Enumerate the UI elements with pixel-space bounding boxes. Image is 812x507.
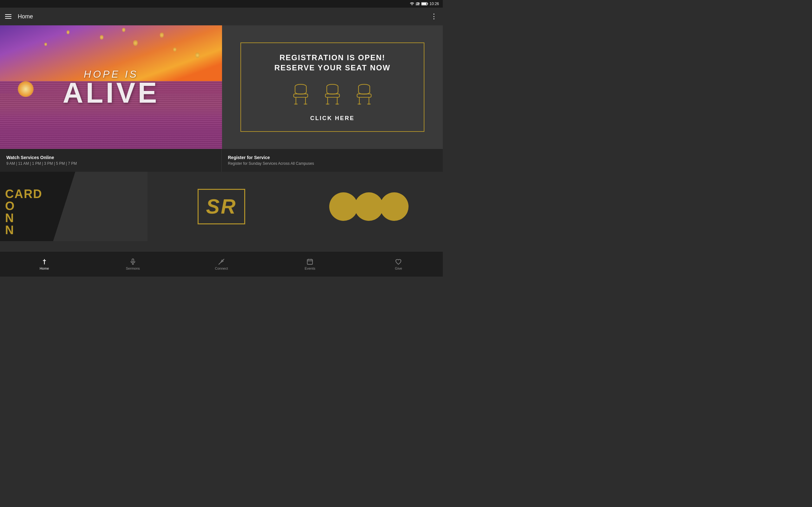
events-calendar-icon <box>306 258 313 265</box>
bottom-navigation: Home Sermons Connect Events Give <box>0 251 443 277</box>
svg-rect-6 <box>422 3 426 5</box>
lantern-1 <box>133 40 138 46</box>
register-service-subtitle: Register for Sunday Services Across All … <box>228 161 437 166</box>
svg-rect-5 <box>427 3 428 4</box>
connect-icon <box>218 258 225 265</box>
connection-card-text: CARD O N N <box>5 188 43 236</box>
nav-connect[interactable]: Connect <box>177 258 265 270</box>
lantern-7 <box>44 43 47 46</box>
nav-sermons[interactable]: Sermons <box>89 258 177 270</box>
nav-home-label: Home <box>40 267 49 270</box>
register-service-title: Register for Service <box>228 155 437 160</box>
lantern-8 <box>122 28 125 32</box>
register-service-item[interactable]: Register for Service Register for Sunday… <box>221 149 443 172</box>
hamburger-menu[interactable] <box>5 14 11 19</box>
sr-card[interactable]: SR <box>148 172 295 241</box>
watch-services-title: Watch Services Online <box>6 155 215 160</box>
registration-inner: REGISTRATION IS OPEN! RESERVE YOUR SEAT … <box>241 43 424 131</box>
chair-icon-1 <box>290 82 312 107</box>
svg-rect-1 <box>417 3 417 5</box>
sun <box>18 81 34 97</box>
circle-1 <box>329 192 358 221</box>
nav-home[interactable]: Home <box>0 258 89 270</box>
registration-card[interactable]: REGISTRATION IS OPEN! RESERVE YOUR SEAT … <box>222 25 443 149</box>
svg-rect-2 <box>418 3 418 5</box>
hero-card[interactable]: HOPE IS ALIVE <box>0 25 222 149</box>
page-title: Home <box>18 13 430 20</box>
main-content: HOPE IS ALIVE REGISTRATION IS OPEN! RESE… <box>0 25 443 241</box>
svg-rect-7 <box>295 84 306 94</box>
circle-3 <box>380 192 409 221</box>
svg-rect-30 <box>307 259 313 264</box>
watch-services-item[interactable]: Watch Services Online 9 AM | 11 AM | 1 P… <box>0 149 221 172</box>
alive-text: ALIVE <box>62 80 159 106</box>
nav-events[interactable]: Events <box>266 258 354 270</box>
status-time: 10:26 <box>429 2 439 6</box>
svg-rect-3 <box>419 3 419 5</box>
lantern-5 <box>195 53 200 58</box>
registration-title: REGISTRATION IS OPEN! RESERVE YOUR SEAT … <box>257 53 408 72</box>
hope-is-text: HOPE IS <box>62 68 159 80</box>
sr-logo: SR <box>198 189 246 224</box>
svg-rect-0 <box>416 4 416 5</box>
bottom-cards-row: CARD O N N SR <box>0 172 443 241</box>
status-bar: 10:26 <box>0 0 443 8</box>
circles-card[interactable] <box>295 172 443 241</box>
svg-rect-27 <box>132 259 134 262</box>
signal-icon <box>415 2 420 6</box>
svg-rect-13 <box>327 84 338 94</box>
chair-icon-2 <box>321 82 344 107</box>
home-cross-icon <box>41 258 48 265</box>
wifi-icon <box>410 2 414 6</box>
sr-text: SR <box>206 195 237 218</box>
click-here-label: CLICK HERE <box>257 115 408 122</box>
nav-give-label: Give <box>395 267 402 270</box>
connection-card[interactable]: CARD O N N <box>0 172 148 241</box>
status-icons: 10:26 <box>410 2 439 6</box>
give-heart-icon <box>395 258 402 265</box>
nav-events-label: Events <box>305 267 315 270</box>
battery-icon <box>421 2 428 6</box>
watch-services-subtitle: 9 AM | 11 AM | 1 PM | 3 PM | 5 PM | 7 PM <box>6 161 215 166</box>
nav-connect-label: Connect <box>215 267 228 270</box>
more-options-icon[interactable]: ⋮ <box>430 12 438 20</box>
cards-row: HOPE IS ALIVE REGISTRATION IS OPEN! RESE… <box>0 25 443 149</box>
lantern-6 <box>67 31 69 34</box>
circle-2 <box>355 192 383 221</box>
app-bar: Home ⋮ <box>0 8 443 25</box>
chair-icon-3 <box>353 82 375 107</box>
svg-rect-19 <box>358 84 370 94</box>
sermons-mic-icon <box>130 258 136 265</box>
nav-give[interactable]: Give <box>354 258 443 270</box>
hero-text: HOPE IS ALIVE <box>62 68 159 106</box>
nav-sermons-label: Sermons <box>126 267 140 270</box>
circles-group <box>329 192 409 221</box>
chairs-row <box>257 82 408 107</box>
info-row: Watch Services Online 9 AM | 11 AM | 1 P… <box>0 149 443 172</box>
